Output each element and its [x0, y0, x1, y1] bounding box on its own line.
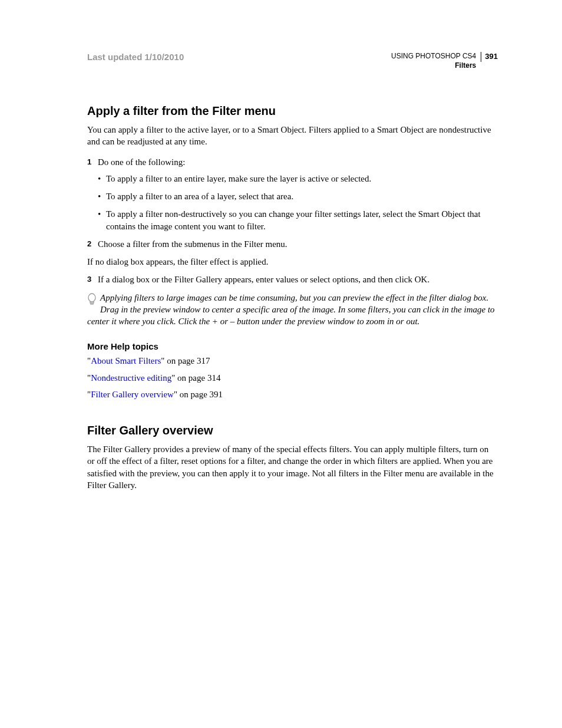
- svg-point-0: [88, 294, 95, 302]
- steps-list-continued: If a dialog box or the Filter Gallery ap…: [87, 274, 498, 285]
- steps-list: Do one of the following: To apply a filt…: [87, 156, 498, 251]
- help-link-suffix: " on page 317: [161, 356, 210, 365]
- page-header: Last updated 1/10/2010 USING PHOTOSHOP C…: [87, 52, 498, 70]
- filter-gallery-body: The Filter Gallery provides a preview of…: [87, 443, 498, 491]
- help-link-line: "Filter Gallery overview" on page 391: [87, 388, 498, 400]
- section-heading-apply-filter: Apply a filter from the Filter menu: [87, 104, 498, 118]
- lightbulb-icon: [87, 293, 97, 306]
- document-page: Last updated 1/10/2010 USING PHOTOSHOP C…: [0, 0, 562, 491]
- page-number: 391: [481, 52, 498, 62]
- help-link-nondestructive[interactable]: Nondestructive editing: [91, 373, 171, 383]
- section-heading-filter-gallery: Filter Gallery overview: [87, 424, 498, 437]
- header-right: USING PHOTOSHOP CS4 Filters 391: [391, 52, 498, 70]
- more-help-heading: More Help topics: [87, 341, 498, 351]
- intro-paragraph: You can apply a filter to the active lay…: [87, 124, 498, 148]
- product-name: USING PHOTOSHOP CS4: [391, 52, 476, 61]
- after-step-2-note: If no dialog box appears, the filter eff…: [87, 256, 498, 268]
- help-link-suffix: " on page 391: [174, 390, 223, 399]
- list-item: To apply a filter non-destructively so y…: [98, 208, 498, 232]
- list-item: To apply a filter to an entire layer, ma…: [98, 173, 498, 185]
- last-updated: Last updated 1/10/2010: [87, 52, 184, 62]
- help-link-line: "About Smart Filters" on page 317: [87, 355, 498, 367]
- step-2: Choose a filter from the submenus in the…: [87, 238, 498, 250]
- help-link-filter-gallery[interactable]: Filter Gallery overview: [91, 390, 174, 399]
- step-1-text: Do one of the following:: [98, 157, 185, 167]
- step-1: Do one of the following: To apply a filt…: [87, 156, 498, 232]
- help-link-suffix: " on page 314: [171, 373, 220, 383]
- section-name: Filters: [391, 61, 476, 71]
- help-link-smart-filters[interactable]: About Smart Filters: [91, 356, 161, 365]
- step-3: If a dialog box or the Filter Gallery ap…: [87, 274, 498, 285]
- tip-note: Applying filters to large images can be …: [87, 292, 498, 328]
- list-item: To apply a filter to an area of a layer,…: [98, 190, 498, 202]
- section-filter-gallery: Filter Gallery overview The Filter Galle…: [87, 424, 498, 491]
- step-1-bullets: To apply a filter to an entire layer, ma…: [98, 173, 498, 232]
- tip-text: Applying filters to large images can be …: [87, 293, 495, 327]
- help-link-line: "Nondestructive editing" on page 314: [87, 372, 498, 384]
